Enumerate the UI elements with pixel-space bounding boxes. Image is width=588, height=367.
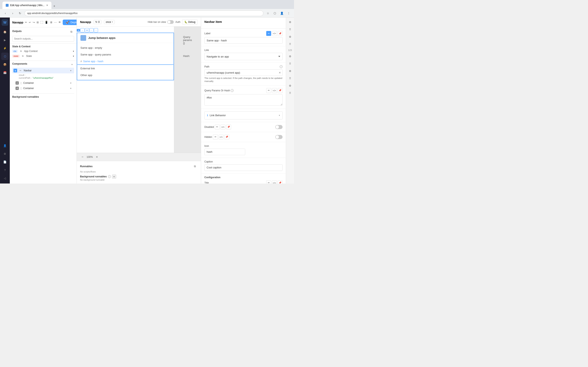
extensions-button[interactable]: ⬡ — [272, 10, 278, 16]
menu-button[interactable]: ⋮ — [286, 10, 292, 16]
navbar-expand-button[interactable]: ▾ — [69, 68, 73, 73]
fit-button[interactable]: ⊞ — [36, 20, 39, 25]
sidebar-icon-runs[interactable]: ▶ — [1, 36, 9, 44]
query-params-input[interactable]: #foo — [204, 94, 283, 106]
strip-drag-3[interactable]: ⠿ — [287, 61, 293, 67]
app-logo[interactable]: W — [2, 19, 8, 26]
sidebar-icon-collapse[interactable]: ◁ — [1, 175, 9, 182]
path-clear-button[interactable]: ✕ — [279, 71, 281, 74]
query-params-edit-button[interactable]: ✏ — [266, 88, 271, 93]
fullscreen-button[interactable]: ⛶ — [40, 20, 43, 25]
mobile-view-button[interactable]: 📱 — [45, 20, 48, 25]
outputs-copy-button[interactable]: ⧉ — [68, 29, 74, 35]
hide-bar-switch[interactable] — [167, 20, 174, 24]
nav-item-same-empty[interactable]: Same app - empty — [77, 45, 173, 51]
link-select[interactable]: Navigate to an app External link Same ap… — [204, 53, 283, 60]
icon-input[interactable] — [204, 149, 245, 155]
sidebar-icon-resources[interactable]: 📦 — [1, 61, 9, 68]
state-dropdown-button[interactable]: ▾ — [73, 55, 74, 58]
bookmark-button[interactable]: ☆ — [265, 10, 271, 16]
strip-settings-4[interactable]: ⚙ — [287, 68, 293, 74]
hidden-toggle[interactable] — [275, 135, 283, 139]
runnables-copy-button[interactable]: ⧉ — [192, 164, 198, 169]
navbar-ctrl-move-right[interactable]: → — [94, 28, 98, 32]
nav-item-other-app[interactable]: Other app — [77, 72, 173, 78]
sidebar-icon-users[interactable]: 👤 — [1, 142, 9, 149]
sidebar-icon-scripts[interactable]: 📄 — [1, 158, 9, 166]
container-e-item[interactable]: e ◌ Container ▾ — [12, 80, 74, 86]
container-d-expand-button[interactable]: ▾ — [69, 86, 73, 90]
forward-button[interactable]: › — [10, 10, 16, 16]
navbar-ctrl-down[interactable]: ↓ — [80, 28, 85, 32]
tab-close-button[interactable]: ✕ — [46, 4, 48, 7]
ctx-copy-button[interactable]: ⧉ — [19, 49, 23, 53]
sidebar-icon-home[interactable]: 🏠 — [1, 28, 9, 35]
container-d-item[interactable]: d ◌ Container ▾ — [12, 86, 74, 91]
bg-runnables-add-button[interactable]: + — [112, 175, 116, 179]
navbar-edit-button[interactable]: ✏ — [18, 68, 22, 73]
state-copy-button[interactable]: ⧉ — [21, 54, 25, 58]
strip-settings-5[interactable]: ⚙ — [287, 83, 293, 89]
config-title-pin-button[interactable]: 📌 — [278, 180, 283, 184]
reload-button[interactable]: ↻ — [17, 10, 23, 16]
label-pin-button[interactable]: 📌 — [278, 31, 283, 36]
navbar-component-item[interactable]: a ✏ Navbar ▾ — [12, 68, 74, 73]
container-e-expand-button[interactable]: ▾ — [69, 81, 73, 85]
sidebar-icon-apps[interactable]: ⬡ — [1, 53, 9, 60]
nav-item-external[interactable]: External link — [77, 65, 173, 72]
navbar-ctrl-fit[interactable]: ⊞ — [85, 28, 89, 32]
preview-button[interactable]: 👁 — [58, 20, 61, 25]
disabled-toggle[interactable] — [275, 125, 283, 129]
sidebar-icon-schedules[interactable]: 📅 — [1, 69, 9, 76]
once-select[interactable]: once ▾ — [104, 20, 115, 24]
components-expand-button[interactable]: ▾ — [70, 62, 74, 67]
back-button[interactable]: ‹ — [2, 10, 8, 16]
hidden-pin-button[interactable]: 📌 — [224, 134, 229, 140]
caption-input[interactable] — [204, 164, 283, 171]
strip-settings-1[interactable]: ⚙ — [287, 19, 293, 25]
strip-drag-5[interactable]: ⠿ — [287, 90, 293, 96]
strip-settings-3[interactable]: ⚙ — [287, 53, 293, 59]
navbar-ctrl-move-left[interactable]: ← — [89, 28, 94, 32]
label-code-button[interactable]: </> — [272, 31, 277, 36]
strip-drag-1[interactable]: ⠿ — [287, 26, 293, 32]
sidebar-icon-help[interactable]: ? — [1, 166, 9, 174]
sidebar-icon-settings[interactable]: ⚙ — [1, 150, 9, 157]
zoom-out-button[interactable]: − — [80, 155, 85, 159]
link-behavior-button[interactable]: ℹ Link Behavior ▾ — [204, 111, 283, 119]
active-tab[interactable]: Edit App u/henri/navapp | Win... ✕ — [2, 2, 52, 9]
address-bar[interactable]: app.windmill.dev/apps/edit/u/henri/navap… — [25, 10, 263, 16]
label-input[interactable] — [204, 37, 283, 44]
disabled-code-button[interactable]: </> — [221, 125, 225, 129]
sidebar-icon-flows[interactable]: ⚡ — [1, 44, 9, 52]
query-params-code-button[interactable]: </> — [272, 88, 277, 93]
path-input[interactable] — [204, 69, 283, 76]
undo-button[interactable]: ↩ — [29, 20, 31, 25]
edit-title-button[interactable]: ✏ — [25, 20, 27, 25]
auth-button[interactable]: Auth — [175, 21, 181, 24]
hidden-edit-button[interactable]: ✏ — [213, 134, 218, 140]
debug-button[interactable]: 🐛 Debug — [182, 20, 198, 25]
hidden-code-button[interactable]: </> — [219, 134, 224, 140]
deploy-button[interactable]: 🚀 Deploy — [63, 20, 77, 25]
account-button[interactable]: 👤 — [279, 10, 285, 16]
label-edit-button[interactable]: ✏ — [266, 31, 271, 36]
redo-button[interactable]: ↪ — [33, 20, 35, 25]
search-outputs-input[interactable] — [12, 36, 74, 42]
strip-drag-4[interactable]: ⠿ — [287, 75, 293, 81]
query-params-pin-button[interactable]: 📌 — [278, 88, 283, 93]
desktop-view-button[interactable]: 🖥 — [50, 20, 52, 25]
refresh-count[interactable]: ↻ 0 — [94, 20, 102, 24]
strip-drag-2[interactable]: ⠿ — [287, 41, 293, 47]
disabled-pin-button[interactable]: 📌 — [226, 125, 231, 129]
disabled-edit-button[interactable]: ✏ — [215, 125, 220, 129]
nav-item-query-params[interactable]: Same app - query params — [77, 51, 173, 58]
ctx-dropdown-button[interactable]: ▾ — [73, 50, 74, 53]
new-tab-button[interactable]: + — [52, 3, 57, 9]
config-title-edit-button[interactable]: ✏ — [266, 180, 271, 184]
zoom-in-button[interactable]: + — [95, 155, 99, 159]
more-options-button[interactable]: ⋯ — [54, 20, 57, 25]
nav-item-same-hash[interactable]: # Same app - hash — [77, 58, 173, 65]
config-title-code-button[interactable]: </> — [272, 180, 277, 184]
strip-settings-2[interactable]: ⚙ — [287, 34, 293, 40]
